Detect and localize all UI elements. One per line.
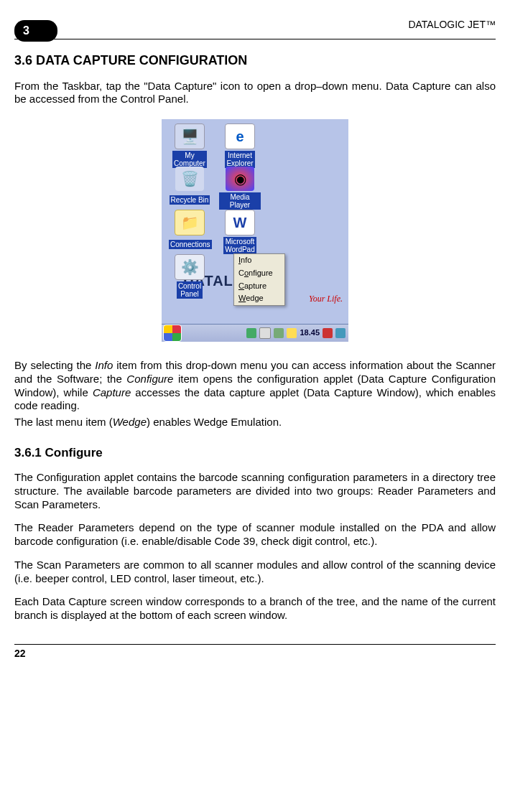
menu-item-info[interactable]: Info (234, 254, 284, 267)
page-number: 22 (14, 648, 496, 661)
configure-p3: The Scan Parameters are common to all sc… (14, 559, 496, 586)
intro-paragraph: From the Taskbar, tap the "Data Capture"… (14, 80, 496, 107)
tray-flag-icon[interactable] (323, 328, 333, 338)
wordpad-icon[interactable]: W MicrosoftWordPad (219, 210, 261, 256)
paragraph-after-screenshot: By selecting the Info item from this dro… (14, 359, 496, 413)
ie-glyph: e (225, 123, 255, 149)
taskbar: 18.45 (162, 324, 348, 342)
tray-clock[interactable]: 18.45 (300, 328, 320, 338)
configure-p1: The Configuration applet contains the ba… (14, 471, 496, 511)
connections-icon[interactable]: 📁 Connections (169, 210, 210, 251)
media-glyph: ◉ (226, 167, 254, 191)
wallpaper-tagline: Your Life. (309, 294, 343, 304)
wordpad-glyph: W (225, 210, 255, 235)
subsection-title: 3.6.1 Configure (14, 445, 496, 460)
tray-battery-icon[interactable] (274, 328, 284, 338)
mediaplayer-label: Media Player (219, 192, 261, 210)
menu-item-configure[interactable]: Configure (234, 267, 284, 280)
ie-icon[interactable]: e InternetExplorer (219, 123, 261, 169)
chapter-badge: 3 (14, 20, 57, 42)
tray-network-icon[interactable] (335, 328, 346, 338)
computer-glyph: 🖥️ (175, 123, 205, 149)
ie-label: InternetExplorer (225, 151, 254, 168)
bin-glyph: 🗑️ (175, 167, 204, 191)
configure-p4: Each Data Capture screen window correspo… (14, 595, 496, 622)
wordpad-label: MicrosoftWordPad (223, 237, 256, 254)
recyclebin-label: Recycle Bin (170, 195, 210, 205)
menu-item-capture[interactable]: Capture (234, 280, 284, 293)
chapter-number: 3 (23, 24, 29, 38)
datacapture-menu: Info Configure Capture Wedge (233, 253, 285, 306)
header-product-name: DATALOGIC JET™ (408, 19, 496, 32)
system-tray: 18.45 (244, 327, 348, 339)
bottom-rule (14, 644, 496, 645)
tray-keyboard-icon[interactable] (259, 327, 271, 339)
tray-volume-icon[interactable] (287, 328, 297, 338)
mycomputer-icon[interactable]: 🖥️ MyComputer (169, 123, 210, 169)
wallpaper: DATALOGIC Your Life. 🖥️ MyComputer e Int… (162, 119, 348, 325)
menu-item-wedge[interactable]: Wedge (234, 292, 284, 305)
recyclebin-icon[interactable]: 🗑️ Recycle Bin (169, 167, 210, 206)
mycomputer-label: MyComputer (172, 151, 207, 168)
cpanel-glyph: ⚙️ (175, 254, 205, 280)
connections-label: Connections (169, 240, 212, 249)
configure-p2: The Reader Parameters depend on the type… (14, 521, 496, 549)
folder-glyph: 📁 (175, 210, 205, 235)
controlpanel-icon[interactable]: ⚙️ ControlPanel (169, 254, 210, 300)
top-rule (14, 39, 496, 39)
start-button[interactable] (163, 325, 182, 342)
section-title: 3.6 DATA CAPTURE CONFIGURATION (14, 52, 496, 69)
desktop-screenshot: DATALOGIC Your Life. 🖥️ MyComputer e Int… (162, 119, 348, 342)
mediaplayer-icon[interactable]: ◉ Media Player (219, 167, 261, 211)
paragraph-wedge: The last menu item (Wedge) enables Wedge… (14, 416, 496, 429)
tray-datacapture-icon[interactable] (246, 328, 256, 338)
controlpanel-label: ControlPanel (177, 281, 203, 299)
